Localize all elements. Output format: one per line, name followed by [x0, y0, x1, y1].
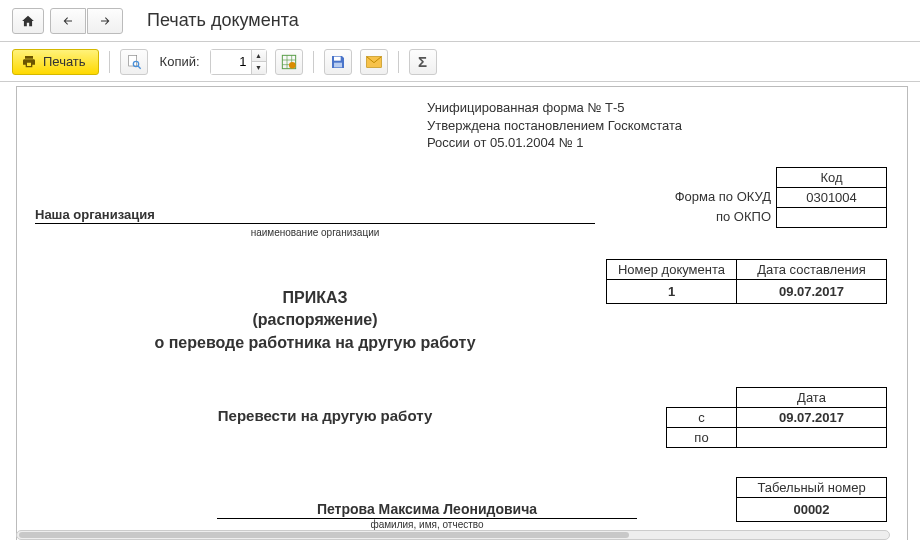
magnifier-doc-icon: [126, 54, 142, 70]
printer-icon: [21, 54, 37, 70]
form-meta-line: России от 05.01.2004 № 1: [427, 134, 727, 152]
numdoc-header: Номер документа: [607, 260, 737, 280]
preview-button[interactable]: [120, 49, 148, 75]
scrollbar-thumb[interactable]: [19, 532, 629, 538]
document-page: Унифицированная форма № Т-5 Утверждена п…: [16, 86, 908, 540]
print-label: Печать: [43, 54, 86, 69]
copies-stepper[interactable]: ▲ ▼: [210, 49, 267, 75]
fio-value: Петрова Максима Леонидовича: [217, 501, 637, 519]
form-meta-line: Утверждена постановлением Госкомстата: [427, 117, 727, 135]
order-line: (распоряжение): [35, 309, 595, 331]
sigma-icon: Σ: [418, 53, 427, 70]
transfer-heading: Перевести на другую работу: [35, 407, 615, 424]
okpo-value: [777, 208, 887, 228]
order-title: ПРИКАЗ (распоряжение) о переводе работни…: [35, 287, 595, 354]
okud-labels: Форма по ОКУД по ОКПО: [675, 187, 771, 227]
okud-label: Форма по ОКУД: [675, 187, 771, 207]
okud-value: 0301004: [777, 188, 887, 208]
home-icon: [21, 14, 35, 28]
code-header: Код: [777, 168, 887, 188]
separator: [109, 51, 110, 73]
numdoc-value: 1: [607, 280, 737, 304]
document-viewport: Унифицированная форма № Т-5 Утверждена п…: [0, 82, 920, 540]
date-to-value: [737, 428, 887, 448]
date-header: Дата составления: [737, 260, 887, 280]
org-caption: наименование организации: [35, 227, 595, 238]
tabnum-header: Табельный номер: [737, 478, 887, 498]
separator: [313, 51, 314, 73]
print-button[interactable]: Печать: [12, 49, 99, 75]
nav-group: [50, 8, 123, 34]
horizontal-scrollbar[interactable]: [16, 530, 890, 540]
home-button[interactable]: [12, 8, 44, 34]
arrow-right-icon: [97, 15, 113, 27]
fio-caption: фамилия, имя, отчество: [217, 519, 637, 530]
date-value: 09.07.2017: [737, 280, 887, 304]
date2-header: Дата: [737, 388, 887, 408]
tabnum-box: Табельный номер 00002: [736, 477, 887, 522]
spin-up[interactable]: ▲: [252, 50, 266, 62]
window-title: Печать документа: [147, 10, 299, 31]
spin-down[interactable]: ▼: [252, 62, 266, 74]
date-from-label: с: [667, 408, 737, 428]
tabnum-value: 00002: [737, 498, 887, 522]
numdate-box: Номер документа Дата составления 1 09.07…: [606, 259, 887, 304]
toolbar: Печать Копий: ▲ ▼ Σ: [0, 42, 920, 82]
date-from-value: 09.07.2017: [737, 408, 887, 428]
form-meta: Унифицированная форма № Т-5 Утверждена п…: [427, 99, 727, 152]
forward-button[interactable]: [87, 8, 123, 34]
order-line: ПРИКАЗ: [35, 287, 595, 309]
org-name: Наша организация: [35, 207, 595, 224]
spinner: ▲ ▼: [251, 50, 266, 74]
arrow-left-icon: [60, 15, 76, 27]
copies-label: Копий:: [160, 54, 200, 69]
code-box: Код 0301004: [776, 167, 887, 228]
svg-line-2: [138, 66, 141, 69]
email-button[interactable]: [360, 49, 388, 75]
date-range-box: Дата с 09.07.2017 по: [666, 387, 887, 448]
back-button[interactable]: [50, 8, 86, 34]
okpo-label: по ОКПО: [675, 207, 771, 227]
svg-rect-0: [128, 55, 136, 66]
envelope-icon: [366, 55, 382, 69]
sum-button[interactable]: Σ: [409, 49, 437, 75]
form-meta-line: Унифицированная форма № Т-5: [427, 99, 727, 117]
copies-input[interactable]: [211, 50, 251, 74]
settings-button[interactable]: [275, 49, 303, 75]
order-line: о переводе работника на другую работу: [35, 332, 595, 354]
grid-gear-icon: [281, 54, 297, 70]
separator: [398, 51, 399, 73]
date-to-label: по: [667, 428, 737, 448]
title-bar: Печать документа: [0, 0, 920, 42]
svg-rect-10: [334, 62, 342, 67]
svg-point-8: [289, 62, 296, 69]
svg-rect-9: [334, 56, 341, 60]
diskette-icon: [330, 54, 346, 70]
save-button[interactable]: [324, 49, 352, 75]
